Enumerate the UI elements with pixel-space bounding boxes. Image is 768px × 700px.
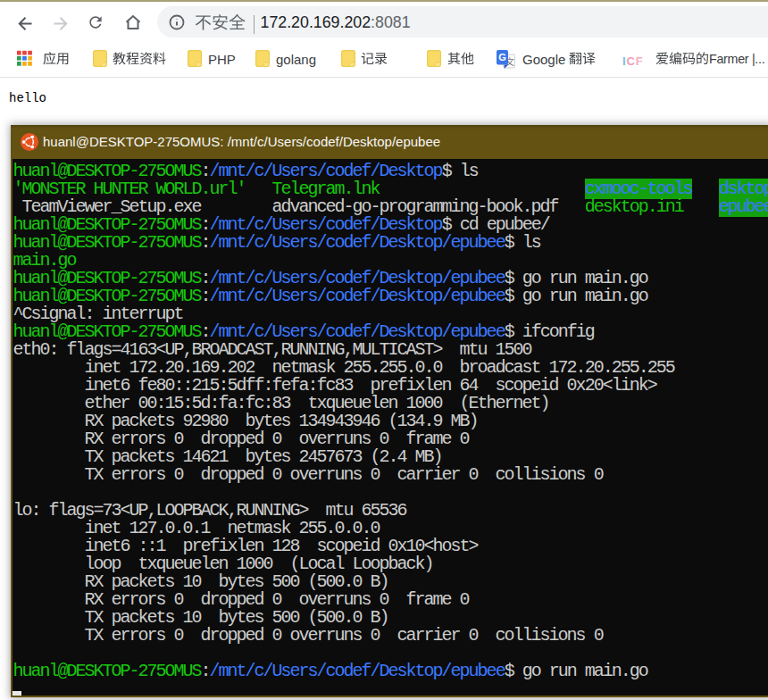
- svg-text:G: G: [498, 52, 506, 62]
